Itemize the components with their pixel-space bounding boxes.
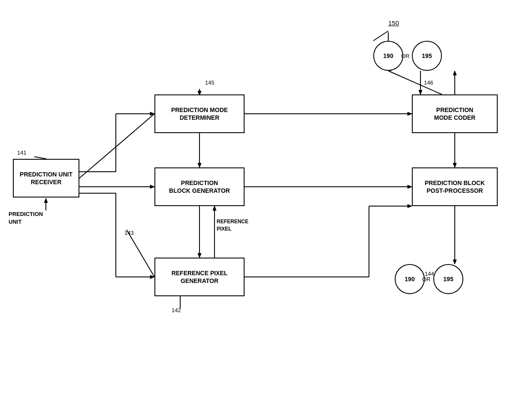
circle-195-top-label: 195 bbox=[422, 52, 432, 59]
svg-marker-8 bbox=[150, 112, 154, 115]
svg-marker-28 bbox=[198, 253, 201, 258]
diagram: PREDICTION UNIT RECEIVER PREDICTION MODE… bbox=[0, 0, 532, 395]
label-146: 146 bbox=[424, 79, 433, 86]
svg-marker-10 bbox=[150, 185, 154, 188]
prediction-mode-coder-label: PREDICTIONMODE CODER bbox=[434, 106, 475, 122]
circle-195-top: 195 bbox=[412, 41, 442, 71]
svg-marker-3 bbox=[44, 198, 48, 203]
svg-line-45 bbox=[388, 71, 442, 94]
prediction-mode-coder-box: PREDICTIONMODE CODER bbox=[412, 94, 498, 133]
svg-marker-14 bbox=[150, 275, 154, 279]
reference-pixel-generator-label: REFERENCE PIXELGENERATOR bbox=[172, 269, 228, 285]
svg-marker-30 bbox=[453, 260, 456, 264]
prediction-mode-determiner-box: PREDICTION MODEDETERMINER bbox=[154, 94, 245, 133]
label-prediction-unit: PREDICTIONUNIT bbox=[9, 210, 43, 226]
label-150: 150 bbox=[388, 19, 399, 27]
circle-190-bottom: 190 bbox=[395, 264, 425, 294]
svg-marker-37 bbox=[408, 204, 412, 208]
circle-195-bottom: 195 bbox=[433, 264, 463, 294]
svg-marker-22 bbox=[408, 185, 412, 188]
prediction-block-generator-box: PREDICTIONBLOCK GENERATOR bbox=[154, 167, 245, 206]
prediction-block-post-processor-box: PREDICTION BLOCKPOST-PROCESSOR bbox=[412, 167, 498, 206]
label-reference-pixel: REFERENCEPIXEL bbox=[217, 218, 248, 233]
reference-pixel-generator-box: REFERENCE PIXELGENERATOR bbox=[154, 258, 245, 296]
circle-190-top: 190 bbox=[373, 41, 403, 71]
svg-marker-43 bbox=[213, 206, 216, 210]
prediction-mode-determiner-label: PREDICTION MODEDETERMINER bbox=[171, 106, 228, 122]
svg-marker-20 bbox=[408, 112, 412, 115]
label-or-top: OR bbox=[401, 53, 410, 59]
svg-marker-26 bbox=[453, 71, 456, 75]
svg-line-44 bbox=[373, 31, 388, 41]
label-143: 143 bbox=[124, 230, 134, 236]
prediction-block-post-processor-label: PREDICTION BLOCKPOST-PROCESSOR bbox=[425, 179, 485, 194]
circle-190-bottom-label: 190 bbox=[405, 276, 414, 283]
prediction-unit-receiver-box: PREDICTION UNIT RECEIVER bbox=[13, 159, 79, 198]
svg-marker-32 bbox=[419, 90, 422, 94]
svg-line-40 bbox=[127, 230, 154, 277]
svg-marker-18 bbox=[198, 163, 201, 167]
circle-195-bottom-label: 195 bbox=[443, 276, 453, 283]
label-145: 145 bbox=[205, 79, 215, 86]
label-or-bottom: OR bbox=[422, 276, 431, 283]
prediction-unit-receiver-label: PREDICTION UNIT RECEIVER bbox=[14, 170, 79, 186]
label-141: 141 bbox=[17, 149, 27, 156]
prediction-block-generator-label: PREDICTIONBLOCK GENERATOR bbox=[169, 179, 230, 194]
label-142: 142 bbox=[172, 307, 181, 313]
circle-190-top-label: 190 bbox=[383, 52, 393, 59]
svg-line-4 bbox=[79, 114, 154, 178]
svg-marker-24 bbox=[453, 163, 456, 167]
